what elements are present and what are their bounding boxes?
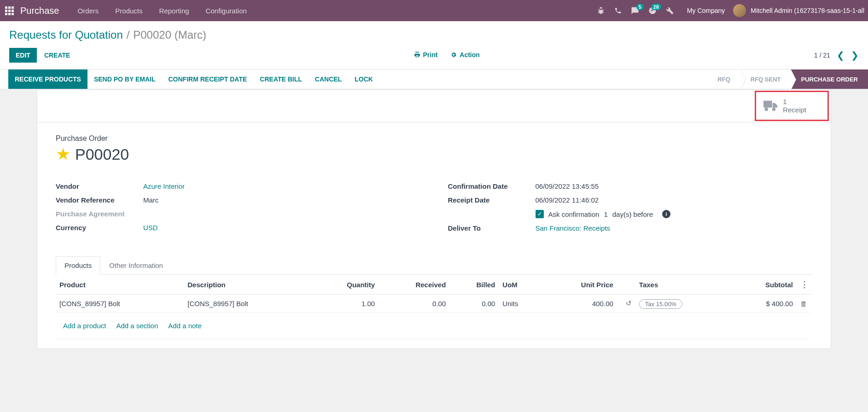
app-brand[interactable]: Purchase xyxy=(20,6,59,16)
send-po-button[interactable]: SEND PO BY EMAIL xyxy=(87,70,162,89)
cell-desc: [CONS_89957] Bolt xyxy=(184,295,312,313)
cell-price: 400.00 xyxy=(542,295,617,313)
tabs: Products Other Information xyxy=(56,256,812,275)
add-section-link[interactable]: Add a section xyxy=(116,322,158,330)
th-billed[interactable]: Billed xyxy=(449,275,499,295)
form-sheet: 1 Receipt Purchase Order ★ P00020 Vendor… xyxy=(37,89,831,349)
cancel-button[interactable]: CANCEL xyxy=(309,70,348,89)
print-button[interactable]: Print xyxy=(414,51,438,58)
company-selector[interactable]: My Company xyxy=(687,7,725,14)
th-description[interactable]: Description xyxy=(184,275,312,295)
add-note-link[interactable]: Add a note xyxy=(168,322,202,330)
nav-orders[interactable]: Orders xyxy=(78,7,99,15)
print-icon xyxy=(414,52,420,58)
th-quantity[interactable]: Quantity xyxy=(312,275,379,295)
purchase-agreement-label: Purchase Agreement xyxy=(56,210,143,218)
status-bar: RECEIVE PRODUCTS SEND PO BY EMAIL CONFIR… xyxy=(0,69,868,89)
navbar: Purchase Orders Products Reporting Confi… xyxy=(0,0,868,21)
cell-received: 0.00 xyxy=(379,295,449,313)
nav-configuration[interactable]: Configuration xyxy=(206,7,247,15)
receipt-count: 1 xyxy=(783,98,806,106)
receipt-date-value: 06/09/2022 11:46:02 xyxy=(536,196,599,204)
avatar xyxy=(733,4,746,17)
vendor-label: Vendor xyxy=(56,182,143,190)
currency-label: Currency xyxy=(56,224,143,232)
lock-button[interactable]: LOCK xyxy=(348,70,379,89)
th-uom[interactable]: UoM xyxy=(499,275,542,295)
confirmation-date-label: Confirmation Date xyxy=(448,182,536,190)
phone-icon[interactable] xyxy=(614,7,622,14)
step-purchase-order[interactable]: PURCHASE ORDER xyxy=(791,70,868,89)
record-type: Purchase Order xyxy=(56,134,812,143)
vendor-value[interactable]: Azure Interior xyxy=(143,182,185,190)
user-menu[interactable]: Mitchell Admin (16273178-saas-15-1-all xyxy=(733,4,864,17)
edit-button[interactable]: EDIT xyxy=(9,48,37,63)
columns-menu-icon[interactable]: ⋮ xyxy=(800,280,809,289)
receipt-date-label: Receipt Date xyxy=(448,196,536,204)
create-bill-button[interactable]: CREATE BILL xyxy=(253,70,309,89)
toolbar: EDIT CREATE Print Action 1 / 21 ❮ ❯ xyxy=(0,43,868,69)
cell-qty: 1.00 xyxy=(312,295,379,313)
breadcrumb-link[interactable]: Requests for Quotation xyxy=(9,29,123,41)
cell-product: [CONS_89957] Bolt xyxy=(56,295,184,313)
record-name: P00020 xyxy=(75,145,129,163)
step-rfq[interactable]: RFQ xyxy=(707,70,740,89)
apps-icon[interactable] xyxy=(4,5,15,16)
vendor-ref-value: Marc xyxy=(143,196,158,204)
cell-billed: 0.00 xyxy=(449,295,499,313)
bug-icon[interactable] xyxy=(597,6,605,15)
nav-reporting[interactable]: Reporting xyxy=(159,7,189,15)
pager: 1 / 21 ❮ ❯ xyxy=(814,50,859,61)
status-steps: RFQ RFQ SENT PURCHASE ORDER xyxy=(707,70,868,89)
pager-text[interactable]: 1 / 21 xyxy=(814,52,830,59)
activities-badge: 28 xyxy=(651,4,661,10)
ask-confirmation-checkbox[interactable]: ✓ xyxy=(536,210,544,218)
cell-subtotal: $ 400.00 xyxy=(731,295,797,313)
vendor-ref-label: Vendor Reference xyxy=(56,196,143,204)
nav-products[interactable]: Products xyxy=(115,7,142,15)
confirm-receipt-date-button[interactable]: CONFIRM RECEIPT DATE xyxy=(162,70,253,89)
add-product-link[interactable]: Add a product xyxy=(63,322,106,330)
order-lines-table: Product Description Quantity Received Bi… xyxy=(56,275,812,339)
th-subtotal[interactable]: Subtotal xyxy=(731,275,797,295)
star-icon[interactable]: ★ xyxy=(56,145,70,164)
history-icon[interactable]: ↺ xyxy=(626,299,632,307)
currency-value[interactable]: USD xyxy=(143,224,158,232)
create-button[interactable]: CREATE xyxy=(44,52,70,59)
th-product[interactable]: Product xyxy=(56,275,184,295)
receive-products-button[interactable]: RECEIVE PRODUCTS xyxy=(8,70,87,89)
pager-next[interactable]: ❯ xyxy=(851,50,859,61)
tax-pill[interactable]: Tax 15.00% xyxy=(639,299,682,309)
tab-products[interactable]: Products xyxy=(56,256,100,275)
breadcrumb-current: P00020 (Marc) xyxy=(133,29,206,41)
receipt-label: Receipt xyxy=(783,106,806,114)
deliver-to-label: Deliver To xyxy=(448,224,536,232)
th-unit-price[interactable]: Unit Price xyxy=(542,275,617,295)
confirmation-date-value: 06/09/2022 13:45:55 xyxy=(536,182,599,190)
th-taxes[interactable]: Taxes xyxy=(635,275,731,295)
activities-icon[interactable]: 28 xyxy=(648,6,657,15)
receipt-stat-button[interactable]: 1 Receipt xyxy=(755,91,829,121)
gear-icon xyxy=(450,52,457,58)
cell-uom: Units xyxy=(499,295,542,313)
info-icon[interactable]: i xyxy=(662,210,670,218)
step-rfq-sent[interactable]: RFQ SENT xyxy=(740,70,791,89)
deliver-to-value[interactable]: San Francisco: Receipts xyxy=(536,224,611,232)
messages-badge: 5 xyxy=(636,4,644,10)
breadcrumb: Requests for Quotation / P00020 (Marc) xyxy=(0,21,868,43)
tab-other-info[interactable]: Other Information xyxy=(100,256,172,274)
delete-row-icon[interactable]: 🗑 xyxy=(800,300,807,308)
truck-icon xyxy=(763,100,777,111)
pager-prev[interactable]: ❮ xyxy=(837,50,845,61)
messages-icon[interactable]: 5 xyxy=(631,6,639,15)
user-name: Mitchell Admin (16273178-saas-15-1-all xyxy=(751,7,864,14)
th-received[interactable]: Received xyxy=(379,275,449,295)
tools-icon[interactable] xyxy=(666,6,674,15)
table-row[interactable]: [CONS_89957] Bolt [CONS_89957] Bolt 1.00… xyxy=(56,295,812,313)
action-button[interactable]: Action xyxy=(450,51,480,58)
